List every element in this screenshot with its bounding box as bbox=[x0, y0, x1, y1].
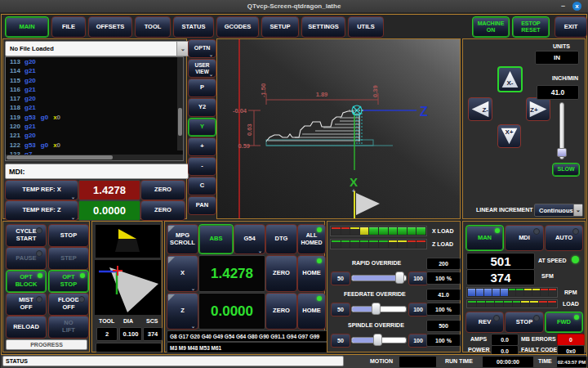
close-icon[interactable]: x bbox=[572, 2, 581, 11]
jog-rate-slider[interactable] bbox=[557, 102, 567, 159]
estop-reset-button[interactable]: ESTOP RESET bbox=[512, 16, 550, 38]
pause-button[interactable]: PAUSE bbox=[6, 247, 47, 270]
tab-status[interactable]: STATUS bbox=[173, 16, 214, 38]
toolpath-canvas: -1.50 1.89 0.39 -0.04 0.63 0.59 bbox=[217, 39, 460, 218]
zoom-out-button[interactable]: - bbox=[188, 157, 216, 176]
tool-shape-icon bbox=[95, 260, 161, 315]
g54-button[interactable]: G54⌄ bbox=[234, 224, 265, 254]
gcode-preview[interactable]: -1.50 1.89 0.39 -0.04 0.63 0.59 bbox=[216, 38, 461, 219]
reload-button[interactable]: RELOAD bbox=[6, 316, 47, 339]
rapid-override-label: RAPID OVERRIDE bbox=[352, 260, 401, 266]
machine-on-button[interactable]: MACHINE ON bbox=[472, 16, 510, 38]
zero-z-axis-button[interactable]: ZERO bbox=[265, 293, 297, 330]
mist-button[interactable]: MIST OFF bbox=[6, 293, 47, 316]
feed-value: 41.0 bbox=[426, 289, 461, 301]
chevron-down-icon[interactable]: ⌄ bbox=[176, 42, 189, 56]
rapid-max-button[interactable]: 100 bbox=[408, 272, 428, 285]
units-value: IN bbox=[535, 51, 579, 65]
spindle-stop-button[interactable]: STOP bbox=[505, 312, 544, 333]
temp-ref-z-button[interactable]: TEMP REF: Z ⌄ bbox=[5, 200, 78, 221]
jog-x-minus-button[interactable]: X- bbox=[497, 66, 523, 92]
file-combo[interactable]: No File Loaded ⌄ bbox=[5, 41, 189, 56]
abs-button[interactable]: ABS bbox=[198, 224, 234, 254]
opt-block-button[interactable]: OPT BLOCK bbox=[6, 270, 47, 293]
axis-x-button[interactable]: X⌄ bbox=[167, 255, 198, 292]
zero-x-button[interactable]: ZERO bbox=[140, 180, 185, 200]
opt-stop-button[interactable]: OPT STOP bbox=[48, 270, 89, 293]
dtg-button[interactable]: DTG bbox=[265, 224, 297, 254]
fault-code-label: FAULT CODE bbox=[521, 347, 557, 352]
titlebar: QTvcp-Screen-qtdragon_lathe – x bbox=[0, 0, 588, 12]
tool-shape-view bbox=[95, 260, 161, 315]
axis-z-button[interactable]: Z⌄ bbox=[167, 293, 198, 330]
window-title: QTvcp-Screen-qtdragon_lathe bbox=[247, 2, 341, 10]
gcode-list[interactable]: 113g20 114g21 115g20 116g21 117g20 118g2… bbox=[5, 56, 184, 161]
slider-handle[interactable] bbox=[373, 334, 382, 346]
tab-settings[interactable]: SETTINGS bbox=[301, 16, 345, 38]
dia-label: DIA bbox=[123, 318, 133, 324]
mpg-scroll-button[interactable]: MPG SCROLL bbox=[167, 224, 198, 254]
spindle-min-button[interactable]: 50 bbox=[331, 334, 350, 348]
file-panel: No File Loaded ⌄ 113g20 114g21 115g20 11… bbox=[2, 38, 187, 219]
spindle-rev-button[interactable]: REV bbox=[466, 312, 504, 333]
zero-x-axis-button[interactable]: ZERO bbox=[265, 255, 297, 292]
tab-setup[interactable]: SETUP bbox=[261, 16, 299, 38]
mdi-input[interactable]: MDI: bbox=[5, 164, 189, 179]
amps-value: 0.0 bbox=[491, 334, 519, 346]
tab-utils[interactable]: UTILS bbox=[348, 16, 384, 38]
feed-max-button[interactable]: 100 bbox=[408, 303, 428, 316]
exit-button[interactable]: EXIT bbox=[555, 16, 587, 38]
step-button[interactable]: STEP bbox=[48, 247, 89, 270]
feed-min-button[interactable]: 50 bbox=[331, 303, 350, 316]
vertical-scrollbar[interactable] bbox=[177, 57, 183, 150]
x-load-label: X LOAD bbox=[432, 228, 453, 234]
all-homed-button[interactable]: ALL HOMED bbox=[297, 224, 326, 254]
slider-handle[interactable] bbox=[395, 272, 404, 284]
flood-button[interactable]: FLOOD OFF bbox=[48, 293, 89, 316]
mdi-mode-button[interactable]: MDI bbox=[505, 225, 544, 251]
slow-button[interactable]: SLOW bbox=[552, 163, 580, 177]
minimize-icon[interactable]: – bbox=[561, 2, 565, 9]
rapid-min-button[interactable]: 50 bbox=[331, 272, 350, 285]
man-led bbox=[495, 228, 500, 233]
view-optn-button[interactable]: OPTN⌄ bbox=[188, 39, 216, 58]
no-lift-button[interactable]: NO LIFT bbox=[48, 316, 89, 339]
tab-file[interactable]: FILE bbox=[51, 16, 86, 38]
rapid-percent: 100 % bbox=[426, 272, 461, 285]
home-x-button[interactable]: HOME bbox=[297, 255, 326, 292]
tab-offsets[interactable]: OFFSETS bbox=[88, 16, 132, 38]
home-z-led bbox=[317, 296, 322, 301]
spindle-max-button[interactable]: 100 bbox=[408, 334, 428, 348]
jog-z-minus-button[interactable]: Z- bbox=[468, 97, 492, 121]
zoom-in-button[interactable]: + bbox=[188, 137, 216, 156]
view-pan-button[interactable]: PAN bbox=[188, 196, 216, 215]
tab-main[interactable]: MAIN bbox=[5, 16, 49, 38]
cycle-start-button[interactable]: CYCLE START bbox=[6, 224, 47, 247]
view-y2-button[interactable]: Y2 bbox=[188, 98, 216, 117]
stop-button[interactable]: STOP bbox=[48, 224, 89, 247]
tab-tool[interactable]: TOOL bbox=[135, 16, 171, 38]
file-combo-value: No File Loaded bbox=[10, 45, 54, 52]
z-axis-label: Z bbox=[420, 105, 428, 119]
temp-ref-x-button[interactable]: TEMP REF: X ⌄ bbox=[5, 180, 78, 200]
view-user-view-button[interactable]: USER VIEW⌄ bbox=[188, 59, 216, 78]
man-mode-button[interactable]: MAN bbox=[466, 225, 504, 251]
view-p-button[interactable]: P bbox=[188, 79, 216, 97]
feed-slider[interactable] bbox=[351, 303, 407, 315]
dro-z-value: 0.0000 bbox=[198, 293, 265, 330]
linear-increment-combo[interactable]: Continuous ⌄ bbox=[534, 204, 583, 217]
jog-z-plus-button[interactable]: Z+ bbox=[526, 97, 550, 121]
horizontal-scrollbar[interactable] bbox=[6, 155, 184, 160]
view-clear-button[interactable]: C bbox=[188, 177, 216, 195]
zero-z-button[interactable]: ZERO bbox=[140, 200, 185, 221]
spindle-fwd-button[interactable]: FWD bbox=[545, 312, 583, 333]
home-z-button[interactable]: HOME bbox=[297, 293, 326, 330]
jog-x-plus-button[interactable]: X+ bbox=[497, 124, 521, 148]
spindle-slider[interactable] bbox=[351, 334, 407, 346]
auto-mode-button[interactable]: AUTO bbox=[545, 225, 583, 251]
tab-gcodes[interactable]: GCODES bbox=[216, 16, 259, 38]
view-y-button[interactable]: Y bbox=[188, 118, 216, 137]
slider-handle[interactable] bbox=[372, 303, 381, 315]
rapid-slider[interactable] bbox=[351, 272, 407, 284]
slider-handle[interactable] bbox=[557, 148, 567, 157]
